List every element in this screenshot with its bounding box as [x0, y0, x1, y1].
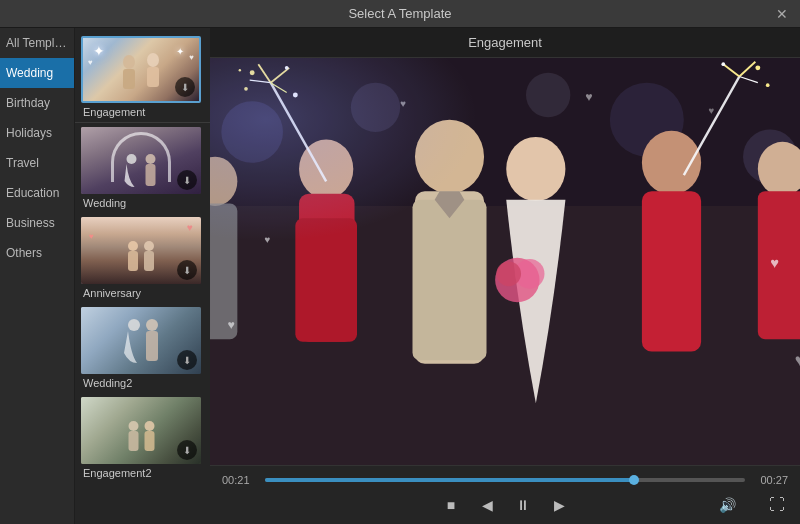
svg-rect-17 — [145, 431, 155, 451]
progress-bar[interactable] — [265, 478, 745, 482]
sidebar-item-others[interactable]: Others — [0, 238, 74, 268]
current-time: 00:21 — [222, 474, 257, 486]
svg-rect-71 — [210, 58, 800, 465]
svg-rect-3 — [147, 67, 159, 87]
thumb-item-engagement2[interactable]: ⬇ Engagement2 — [75, 393, 210, 483]
thumb-download-wedding[interactable]: ⬇ — [177, 170, 197, 190]
sidebar-item-holidays[interactable]: Holidays — [0, 118, 74, 148]
svg-point-12 — [146, 319, 158, 331]
sidebar-item-travel[interactable]: Travel — [0, 148, 74, 178]
stop-button[interactable]: ■ — [440, 494, 462, 516]
thumb-item-anniversary[interactable]: ♥ ♥ ⬇ Anniversary — [75, 213, 210, 303]
pause-button[interactable]: ⏸ — [512, 494, 534, 516]
svg-point-9 — [144, 241, 154, 251]
title-bar: Select A Template ✕ — [0, 0, 800, 28]
fullscreen-button[interactable]: ⛶ — [766, 494, 788, 516]
preview-image: ♥ ♥ ♥ ♥ ♥ ♥ ♥ ♥ ♥ ♥ ♥ — [210, 58, 800, 465]
thumb-download-engagement[interactable]: ⬇ — [175, 77, 195, 97]
volume-button[interactable]: 🔊 — [716, 494, 738, 516]
thumb-item-engagement[interactable]: ✦ ✦ ♥ ♥ ⬇ Engagement — [75, 32, 210, 123]
svg-point-11 — [128, 319, 140, 331]
sidebar-item-education[interactable]: Education — [0, 178, 74, 208]
preview-panel: Engagement — [210, 28, 800, 524]
playback-buttons: ■ ◀ ⏸ ▶ 🔊 ⛶ — [222, 494, 788, 516]
total-time: 00:27 — [753, 474, 788, 486]
dialog-title: Select A Template — [348, 6, 451, 21]
prev-button[interactable]: ◀ — [476, 494, 498, 516]
preview-title: Engagement — [210, 28, 800, 58]
svg-rect-15 — [129, 431, 139, 451]
volume-group: 🔊 — [716, 494, 738, 516]
svg-point-16 — [145, 421, 155, 431]
sidebar-item-wedding[interactable]: Wedding — [0, 58, 74, 88]
thumb-label-anniversary: Anniversary — [81, 287, 204, 299]
next-button[interactable]: ▶ — [548, 494, 570, 516]
thumb-item-wedding[interactable]: ⬇ Wedding — [75, 123, 210, 213]
main-layout: All Templates Wedding Birthday Holidays … — [0, 28, 800, 524]
svg-rect-13 — [146, 331, 158, 361]
thumb-label-engagement2: Engagement2 — [81, 467, 204, 479]
svg-rect-10 — [144, 251, 154, 271]
sidebar: All Templates Wedding Birthday Holidays … — [0, 28, 75, 524]
sidebar-item-business[interactable]: Business — [0, 208, 74, 238]
thumb-item-wedding2[interactable]: ⬇ Wedding2 — [75, 303, 210, 393]
thumb-label-engagement: Engagement — [81, 106, 204, 118]
sidebar-item-all-templates[interactable]: All Templates — [0, 28, 74, 58]
svg-point-0 — [123, 55, 135, 69]
thumb-download-engagement2[interactable]: ⬇ — [177, 440, 197, 460]
svg-point-2 — [147, 53, 159, 67]
sidebar-item-birthday[interactable]: Birthday — [0, 88, 74, 118]
thumb-download-wedding2[interactable]: ⬇ — [177, 350, 197, 370]
svg-point-5 — [146, 154, 156, 164]
svg-point-14 — [129, 421, 139, 431]
thumb-label-wedding: Wedding — [81, 197, 204, 209]
svg-rect-6 — [146, 164, 156, 186]
progress-thumb — [629, 475, 639, 485]
time-row: 00:21 00:27 — [222, 474, 788, 486]
svg-rect-1 — [123, 69, 135, 89]
close-button[interactable]: ✕ — [774, 6, 790, 22]
svg-point-7 — [128, 241, 138, 251]
svg-rect-8 — [128, 251, 138, 271]
svg-point-4 — [127, 154, 137, 164]
controls-bar: 00:21 00:27 ■ ◀ ⏸ ▶ 🔊 ⛶ — [210, 465, 800, 524]
thumb-label-wedding2: Wedding2 — [81, 377, 204, 389]
progress-fill — [265, 478, 635, 482]
thumb-download-anniversary[interactable]: ⬇ — [177, 260, 197, 280]
thumbnails-panel: ✦ ✦ ♥ ♥ ⬇ Engagement — [75, 28, 210, 524]
